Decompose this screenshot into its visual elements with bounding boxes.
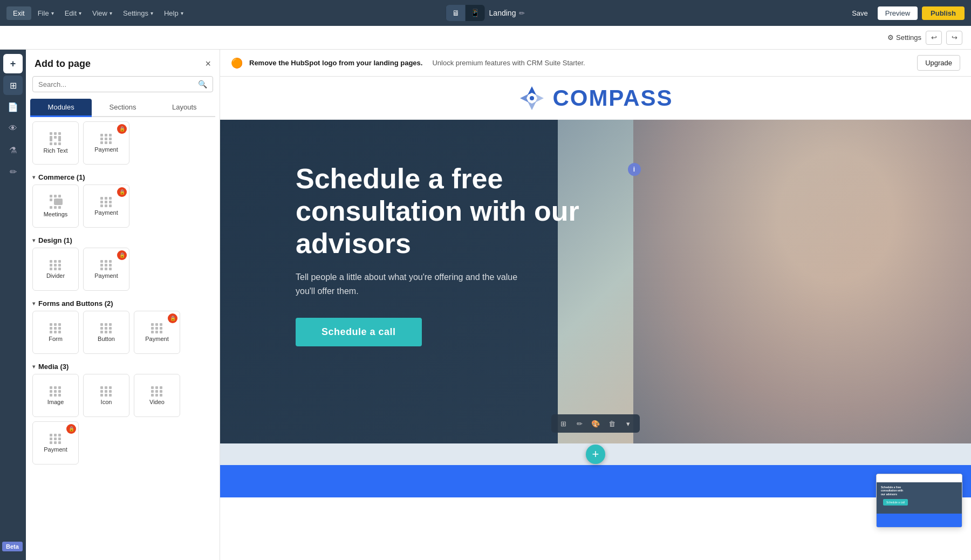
tab-layouts[interactable]: Layouts [154, 99, 215, 117]
beta-badge: Beta [2, 542, 23, 551]
module-icon-mod[interactable]: Icon [83, 374, 129, 417]
mobile-view-button[interactable]: 📱 [466, 5, 485, 21]
module-button[interactable]: Button [83, 311, 129, 354]
module-image-label: Image [47, 399, 64, 405]
view-menu[interactable]: View▾ [88, 6, 117, 20]
undo-button[interactable]: ↩ [926, 31, 942, 45]
pencil-icon-button[interactable]: ✏ [3, 162, 23, 181]
module-divider[interactable]: Divider [32, 248, 79, 291]
module-payment-forms-label: Payment [145, 336, 168, 342]
toolbar-grid-button[interactable]: ⊞ [556, 416, 571, 431]
exit-button[interactable]: Exit [6, 6, 31, 20]
module-form-label: Form [49, 336, 63, 342]
form-icon [50, 323, 61, 333]
module-payment-top-label: Payment [94, 146, 118, 153]
design-chevron-icon: ▾ [32, 237, 35, 243]
publish-button[interactable]: Publish [922, 6, 965, 20]
toolbar-more-button[interactable]: ▾ [620, 416, 635, 431]
add-section-button[interactable]: + [586, 445, 605, 464]
search-icon: 🔍 [198, 80, 207, 88]
search-input[interactable] [38, 80, 198, 88]
module-divider-label: Divider [46, 272, 65, 279]
toolbar-delete-button[interactable]: 🗑 [604, 416, 619, 431]
settings-link[interactable]: ⚙ Settings [887, 33, 921, 42]
hero-person-image [633, 120, 971, 443]
device-toggle: 🖥 📱 [446, 5, 485, 21]
video-icon [151, 386, 163, 397]
module-payment-media[interactable]: 🔒 Payment [32, 421, 79, 465]
mini-preview-hero: Schedule a freeconsultation withour advi… [877, 482, 962, 514]
tab-modules[interactable]: Modules [30, 99, 92, 117]
notification-bar: 🟠 Remove the HubSpot logo from your land… [220, 50, 971, 77]
preview-button[interactable]: Preview [878, 6, 918, 20]
schedule-call-button[interactable]: Schedule a call [296, 318, 422, 346]
desktop-view-button[interactable]: 🖥 [446, 5, 466, 21]
section-design[interactable]: ▾ Design (1) [32, 232, 213, 248]
edit-title-icon[interactable]: ✏ [519, 9, 525, 17]
module-payment-top[interactable]: 🔒 Payment [83, 121, 129, 165]
blue-footer-strip [220, 465, 971, 497]
svg-marker-2 [520, 94, 529, 103]
module-payment-design[interactable]: 🔒 Payment [83, 248, 129, 291]
save-button[interactable]: Save [846, 6, 873, 20]
notify-icon: 🟠 [231, 57, 243, 69]
add-module-icon-button[interactable]: + [3, 54, 23, 73]
subbar: ⚙ Settings ↩ ↪ [0, 26, 971, 50]
redo-button[interactable]: ↪ [946, 31, 962, 45]
lock-badge-commerce: 🔒 [117, 187, 127, 197]
module-form[interactable]: Form [32, 311, 79, 354]
mini-preview-btn: Schedule a call [883, 499, 908, 506]
notify-text-bold: Remove the HubSpot logo from your landin… [249, 59, 422, 67]
image-icon [50, 386, 61, 397]
media-modules-grid: Image Icon Video [32, 374, 213, 465]
help-menu[interactable]: Help▾ [160, 6, 188, 20]
flask-icon-button[interactable]: ⚗ [3, 140, 23, 160]
module-image[interactable]: Image [32, 374, 79, 417]
module-icon-label: Icon [101, 399, 112, 405]
icon-module-icon [100, 386, 112, 397]
commerce-chevron-icon: ▾ [32, 174, 35, 180]
tab-sections[interactable]: Sections [92, 99, 153, 117]
forms-chevron-icon: ▾ [32, 301, 35, 306]
payment-forms-icon [151, 323, 163, 333]
payment-icon [100, 134, 112, 144]
module-payment-forms[interactable]: 🔒 Payment [134, 311, 180, 354]
left-sidebar: + ⊞ 📄 👁 ⚗ ✏ [0, 50, 26, 560]
payment-design-icon [100, 260, 112, 270]
module-video[interactable]: Video [134, 374, 180, 417]
panel-header: Add to page × [26, 50, 220, 76]
info-badge[interactable]: i [628, 163, 641, 176]
media-chevron-icon: ▾ [32, 364, 35, 370]
layers-icon-button[interactable]: ⊞ [3, 76, 23, 95]
close-panel-button[interactable]: × [205, 58, 211, 70]
file-menu[interactable]: File▾ [33, 6, 58, 20]
lock-badge-media: 🔒 [66, 424, 76, 434]
eye-icon-button[interactable]: 👁 [3, 119, 23, 138]
section-media[interactable]: ▾ Media (3) [32, 358, 213, 374]
module-meetings[interactable]: Meetings [32, 185, 79, 228]
notify-text-light: Unlock premium features with CRM Suite S… [432, 59, 585, 67]
media-section-label: Media (3) [38, 363, 69, 371]
toolbar-edit-button[interactable]: ✏ [572, 416, 587, 431]
canvas-area: 🟠 Remove the HubSpot logo from your land… [220, 50, 971, 560]
module-payment-commerce-label: Payment [94, 209, 118, 216]
divider-icon [50, 260, 61, 270]
page-icon-button[interactable]: 📄 [3, 97, 23, 117]
section-toolbar: ⊞ ✏ 🎨 🗑 ▾ [551, 414, 640, 433]
section-forms-buttons[interactable]: ▾ Forms and Buttons (2) [32, 295, 213, 311]
section-commerce[interactable]: ▾ Commerce (1) [32, 169, 213, 185]
settings-menu[interactable]: Settings▾ [119, 6, 158, 20]
module-payment-commerce[interactable]: 🔒 Payment [83, 185, 129, 228]
lock-badge-forms: 🔒 [168, 313, 177, 323]
edit-menu[interactable]: Edit▾ [60, 6, 86, 20]
module-rich-text[interactable]: Rich Text [32, 121, 79, 165]
module-tabs: Modules Sections Layouts [30, 99, 215, 117]
toolbar-paint-button[interactable]: 🎨 [588, 416, 603, 431]
compass-logo: COMPASS [518, 84, 673, 112]
svg-point-4 [530, 96, 534, 100]
canvas-wrapper: COMPASS i Schedule a free consultation w… [220, 77, 971, 560]
mini-preview: Schedule a freeconsultation withour advi… [876, 474, 962, 528]
mini-preview-header [877, 474, 962, 482]
page-title-text: Landing [489, 9, 516, 17]
upgrade-button[interactable]: Upgrade [917, 55, 960, 71]
